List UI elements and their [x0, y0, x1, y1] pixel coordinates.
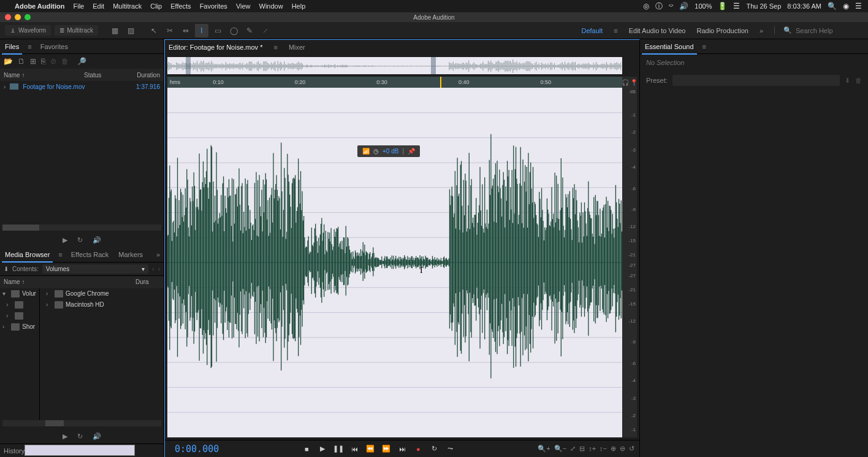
tab-mixer[interactable]: Mixer	[289, 44, 305, 51]
expand-icon[interactable]: ›	[6, 312, 12, 319]
workspace-edit-av[interactable]: Edit Audio to Video	[629, 27, 686, 34]
move-tool[interactable]: ↖	[147, 24, 161, 37]
battery-icon[interactable]: 🔋	[718, 2, 727, 10]
zoom-reset-icon[interactable]: ↺	[629, 445, 634, 453]
preset-delete-icon[interactable]: 🗑	[855, 77, 862, 84]
pause-button[interactable]: ❚❚	[332, 444, 345, 455]
menu-multitrack[interactable]: Multitrack	[113, 2, 142, 10]
tree-row[interactable]: ›Macintosh HD	[40, 299, 164, 310]
preset-save-icon[interactable]: ⬇	[845, 77, 850, 85]
workspace-menu-icon[interactable]: ≡	[614, 27, 617, 34]
spotlight-icon[interactable]: 🔍	[828, 2, 837, 10]
file-row[interactable]: › Footage for Noise.mov 1:37.916	[0, 81, 164, 92]
zoom-sel-icon[interactable]: ⊟	[579, 445, 585, 453]
zoom-in-v-icon[interactable]: ↕+	[588, 445, 596, 453]
tab-markers[interactable]: Markers	[117, 249, 144, 260]
pin-icon[interactable]: 📍	[630, 79, 638, 86]
loop-preview-icon[interactable]: ↻	[77, 432, 83, 440]
waveform-mode-button[interactable]: ⫫ Waveform	[5, 25, 51, 36]
import-icon[interactable]: ⎘	[41, 57, 45, 66]
spectral-pitch-button[interactable]: ▨	[124, 24, 137, 37]
workspace-overflow-icon[interactable]: »	[760, 27, 763, 34]
app-name[interactable]: Adobe Audition	[15, 2, 64, 10]
zoom-out-v-icon[interactable]: ↕−	[600, 445, 607, 453]
tab-essential-sound[interactable]: Essential Sound	[644, 41, 695, 52]
play-preview-icon[interactable]: ▶	[63, 236, 67, 244]
expand-icon[interactable]: ›	[4, 83, 6, 90]
workspace-default[interactable]: Default	[581, 27, 603, 34]
menu-help[interactable]: Help	[292, 2, 306, 10]
menu-clip[interactable]: Clip	[150, 2, 162, 10]
stop-button[interactable]: ■	[300, 444, 313, 455]
col-status[interactable]: Status	[84, 72, 121, 79]
marquee-tool[interactable]: ▭	[211, 24, 224, 37]
play-preview-icon[interactable]: ▶	[63, 432, 67, 440]
menu-effects[interactable]: Effects	[170, 2, 191, 10]
minimize-button[interactable]	[15, 14, 21, 20]
skip-selection-button[interactable]: ⤳	[443, 444, 457, 455]
tree-row[interactable]: ›Google Chrome	[40, 288, 164, 299]
skip-fwd-button[interactable]: ⏭	[395, 444, 409, 455]
notification-icon[interactable]: ☰	[855, 2, 862, 10]
brush-tool[interactable]: ✎	[243, 24, 256, 37]
editor-menu-icon[interactable]: ≡	[273, 44, 277, 51]
close-button[interactable]	[5, 14, 11, 20]
tree-row[interactable]: ›Shor	[0, 321, 39, 332]
zoom-in-point-icon[interactable]: ⊕	[611, 445, 616, 453]
hud-pin-icon[interactable]: 📌	[408, 148, 415, 155]
spot-heal-tool[interactable]: ⟋	[259, 24, 272, 37]
spectral-freq-button[interactable]: ▦	[108, 24, 121, 37]
time-selection-tool[interactable]: I	[195, 24, 208, 37]
ess-menu-icon[interactable]: ≡	[702, 43, 706, 50]
preset-select[interactable]	[672, 75, 840, 86]
new-file-icon[interactable]: 🗋	[18, 57, 25, 66]
col-duration[interactable]: Duration	[123, 72, 160, 79]
new-multitrack-icon[interactable]: ⊞	[30, 57, 36, 66]
tab-editor[interactable]: Editor: Footage for Noise.mov *	[169, 44, 262, 51]
forward-button[interactable]: ⏩	[379, 444, 393, 455]
delete-icon[interactable]: 🗑	[61, 57, 69, 66]
nav-fwd-icon[interactable]: ›	[158, 266, 160, 272]
media-panel-menu-icon[interactable]: ≡	[58, 251, 62, 258]
tab-history[interactable]: History	[4, 447, 25, 455]
media-col-name[interactable]: Name ↑	[4, 278, 133, 285]
zoom-full-icon[interactable]: ⤢	[570, 445, 576, 453]
rewind-button[interactable]: ⏪	[364, 444, 377, 455]
overview-waveform[interactable]	[167, 57, 622, 74]
autoplay-icon[interactable]: 🔊	[93, 432, 101, 440]
download-icon[interactable]: ⬇	[4, 266, 9, 272]
media-overflow-icon[interactable]: »	[156, 251, 160, 258]
menu-edit[interactable]: Edit	[93, 2, 104, 10]
razor-tool[interactable]: ✂	[163, 24, 177, 37]
menu-favorites[interactable]: Favorites	[200, 2, 227, 10]
expand-icon[interactable]: ›	[46, 301, 52, 308]
expand-icon[interactable]: ›	[6, 301, 12, 308]
menubar-time[interactable]: 8:03:36 AM	[787, 2, 821, 10]
video-thumbnail-strip[interactable]	[25, 445, 135, 456]
tab-files[interactable]: Files	[4, 41, 20, 52]
record-button[interactable]: ●	[411, 444, 425, 455]
timeline-ruler[interactable]: hms 0:10 0:20 0:30 0:40 0:50	[167, 77, 622, 88]
autoplay-icon[interactable]: 🔊	[93, 236, 101, 244]
filter-icon[interactable]: 🔎	[77, 57, 86, 66]
files-panel-menu-icon[interactable]: ≡	[28, 43, 31, 50]
hud-overlay[interactable]: 📶 ◷ +0 dB | 📌	[357, 145, 420, 157]
tab-favorites[interactable]: Favorites	[39, 41, 69, 52]
lasso-tool[interactable]: ◯	[227, 24, 240, 37]
status-icon-2[interactable]: ⓘ	[655, 1, 663, 12]
menubar-date[interactable]: Thu 26 Sep	[746, 2, 781, 10]
expand-icon[interactable]: ›	[46, 290, 52, 297]
tree-row[interactable]: ›	[0, 299, 39, 310]
skip-back-button[interactable]: ⏮	[348, 444, 361, 455]
expand-icon[interactable]: ›	[2, 323, 9, 330]
expand-icon[interactable]: ▾	[2, 290, 9, 297]
play-button[interactable]: ▶	[316, 444, 329, 455]
tab-media-browser[interactable]: Media Browser	[4, 249, 51, 260]
contents-select[interactable]: Volumes▾	[42, 264, 149, 274]
search-help-input[interactable]	[796, 27, 863, 34]
playhead-marker[interactable]	[440, 77, 441, 88]
open-file-icon[interactable]: 📂	[4, 57, 13, 66]
tab-effects-rack[interactable]: Effects Rack	[70, 249, 110, 260]
timecode-display[interactable]: 0:00.000	[170, 444, 219, 455]
col-name[interactable]: Name ↑	[4, 72, 82, 79]
